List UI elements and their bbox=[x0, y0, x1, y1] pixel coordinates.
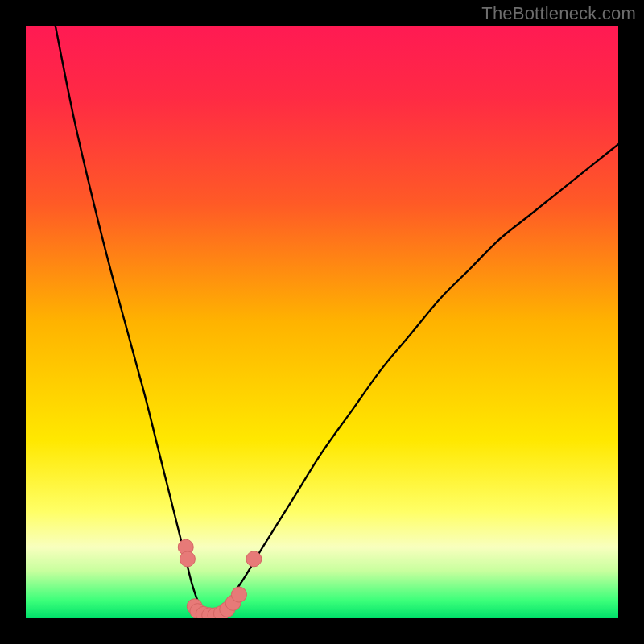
watermark-text: TheBottleneck.com bbox=[481, 3, 636, 24]
plot-area bbox=[26, 26, 618, 618]
curve-marker bbox=[231, 587, 246, 602]
gradient-background bbox=[26, 26, 618, 618]
curve-marker bbox=[180, 551, 195, 567]
chart-svg bbox=[26, 26, 618, 618]
curve-marker bbox=[246, 551, 262, 567]
outer-frame: TheBottleneck.com bbox=[0, 0, 644, 644]
